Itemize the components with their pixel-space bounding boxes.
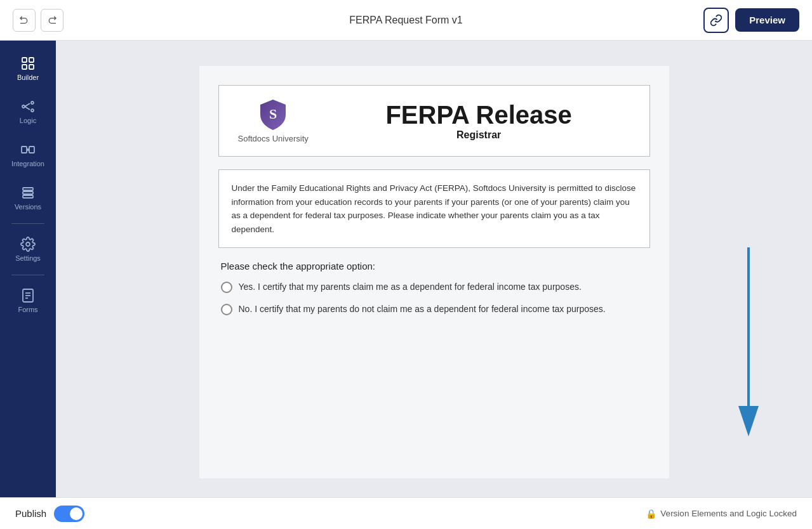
- svg-point-16: [26, 242, 30, 246]
- svg-rect-14: [23, 192, 33, 194]
- radio-section: Please check the appropriate option: Yes…: [218, 261, 650, 325]
- sidebar-item-logic[interactable]: Logic: [0, 90, 56, 133]
- top-header: FERPA Request Form v1 Preview: [0, 0, 812, 41]
- content-area: S Softdocs University FERPA Release Regi…: [56, 41, 812, 497]
- sidebar-item-integration-label: Integration: [11, 160, 44, 167]
- sidebar-item-settings[interactable]: Settings: [0, 228, 56, 271]
- preview-button[interactable]: Preview: [735, 8, 799, 32]
- publish-toggle[interactable]: [54, 506, 84, 522]
- lock-icon: 🔒: [646, 509, 656, 519]
- main-layout: Builder Logic Integration: [0, 41, 812, 497]
- sidebar: Builder Logic Integration: [0, 41, 56, 497]
- header-left: [13, 9, 63, 32]
- link-button[interactable]: [703, 8, 729, 33]
- sidebar-item-forms[interactable]: Forms: [0, 279, 56, 322]
- svg-line-8: [25, 107, 30, 110]
- radio-option-yes[interactable]: Yes. I certify that my parents claim me …: [221, 280, 648, 294]
- form-canvas: S Softdocs University FERPA Release Regi…: [199, 66, 669, 478]
- svg-text:S: S: [269, 106, 277, 122]
- form-title: FERPA Release: [328, 101, 630, 129]
- form-header-title: FERPA Release Registrar: [328, 101, 630, 141]
- sidebar-item-builder-label: Builder: [17, 74, 39, 81]
- svg-rect-15: [23, 195, 33, 198]
- form-subtitle: Registrar: [328, 129, 630, 141]
- university-name: Softdocs University: [238, 134, 309, 143]
- sidebar-divider-2: [11, 275, 45, 275]
- radio-text-yes: Yes. I certify that my parents claim me …: [239, 280, 582, 294]
- publish-section: Publish: [15, 506, 84, 522]
- shield-logo-icon: S: [259, 98, 287, 131]
- undo-button[interactable]: [13, 9, 36, 32]
- sidebar-item-builder[interactable]: Builder: [0, 47, 56, 90]
- svg-rect-13: [23, 188, 33, 190]
- radio-circle-yes[interactable]: [221, 282, 232, 293]
- svg-rect-3: [29, 65, 34, 69]
- svg-rect-10: [29, 147, 34, 153]
- form-logo: S Softdocs University: [238, 98, 309, 143]
- svg-rect-9: [22, 147, 27, 153]
- sidebar-item-forms-label: Forms: [18, 306, 37, 313]
- form-header-card: S Softdocs University FERPA Release Regi…: [218, 85, 650, 157]
- form-description: Under the Family Educational Rights and …: [218, 169, 650, 248]
- svg-rect-0: [22, 58, 27, 62]
- page-title: FERPA Request Form v1: [349, 15, 462, 26]
- svg-rect-1: [29, 58, 34, 62]
- svg-point-6: [31, 109, 34, 112]
- svg-line-7: [25, 103, 30, 107]
- sidebar-item-integration[interactable]: Integration: [0, 133, 56, 176]
- locked-text: Version Elements and Logic Locked: [660, 509, 797, 518]
- radio-option-no[interactable]: No. I certify that my parents do not cla…: [221, 303, 648, 316]
- bottom-bar: Publish 🔒 Version Elements and Logic Loc…: [0, 497, 812, 529]
- radio-section-label: Please check the appropriate option:: [221, 261, 648, 271]
- svg-point-5: [31, 101, 34, 104]
- svg-point-4: [22, 105, 25, 108]
- sidebar-item-versions[interactable]: Versions: [0, 176, 56, 219]
- sidebar-item-versions-label: Versions: [15, 203, 41, 211]
- redo-button[interactable]: [41, 9, 63, 32]
- locked-section: 🔒 Version Elements and Logic Locked: [646, 509, 797, 519]
- radio-text-no: No. I certify that my parents do not cla…: [239, 303, 606, 316]
- arrow-annotation: [723, 241, 774, 447]
- sidebar-item-settings-label: Settings: [15, 254, 41, 262]
- header-right: Preview: [703, 8, 799, 33]
- sidebar-divider: [11, 223, 45, 224]
- sidebar-item-logic-label: Logic: [20, 117, 36, 124]
- radio-circle-no[interactable]: [221, 304, 232, 315]
- publish-label: Publish: [15, 508, 46, 519]
- svg-rect-2: [22, 65, 27, 69]
